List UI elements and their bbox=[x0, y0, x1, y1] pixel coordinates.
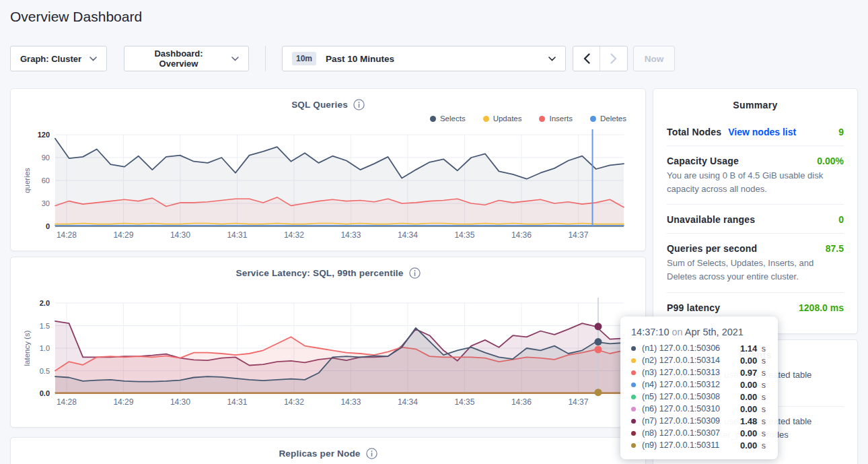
capacity-value: 0.00% bbox=[817, 156, 844, 166]
graph-select-dropdown[interactable]: Graph: Cluster bbox=[10, 46, 107, 71]
node-color-dot bbox=[631, 346, 636, 351]
tooltip-node-row: (n9) 127.0.0.1:503110.00 s bbox=[631, 439, 767, 451]
tooltip-node-label: (n5) 127.0.0.1:50308 bbox=[642, 392, 740, 401]
summary-row-unavailable: Unavailable ranges 0 bbox=[667, 205, 844, 233]
svg-text:14:34: 14:34 bbox=[398, 230, 418, 240]
toolbar-divider bbox=[265, 46, 266, 71]
qps-description: Sum of Selects, Updates, Inserts, and De… bbox=[667, 257, 844, 284]
tooltip-node-unit: s bbox=[759, 356, 766, 366]
tooltip-node-unit: s bbox=[759, 380, 766, 390]
time-range-dropdown[interactable]: 10m Past 10 Minutes bbox=[282, 46, 566, 71]
legend-item-deletes[interactable]: Deletes bbox=[590, 114, 626, 123]
svg-text:14:29: 14:29 bbox=[113, 230, 133, 240]
tooltip-node-row: (n2) 127.0.0.1:503140.00 s bbox=[631, 354, 767, 366]
info-icon[interactable] bbox=[353, 99, 365, 110]
tooltip-node-row: (n7) 127.0.0.1:503091.48 s bbox=[631, 415, 767, 427]
tooltip-date: Apr 5th, 2021 bbox=[685, 327, 744, 337]
svg-text:14:37: 14:37 bbox=[568, 397, 588, 407]
tooltip-node-value: 1.48 s bbox=[740, 416, 766, 426]
summary-title: Summary bbox=[667, 100, 844, 110]
legend-label: Inserts bbox=[549, 114, 573, 123]
svg-text:1.0: 1.0 bbox=[40, 344, 50, 352]
svg-text:14:30: 14:30 bbox=[170, 230, 190, 240]
svg-text:14:37: 14:37 bbox=[568, 230, 588, 240]
node-color-dot bbox=[631, 383, 636, 387]
graph-select-label: Graph: Cluster bbox=[20, 54, 81, 64]
total-nodes-label: Total Nodes bbox=[667, 127, 721, 137]
summary-row-total-nodes: Total Nodes View nodes list 9 bbox=[667, 117, 844, 145]
time-prev-button[interactable] bbox=[573, 46, 600, 71]
svg-text:14:36: 14:36 bbox=[511, 397, 532, 407]
svg-text:90: 90 bbox=[42, 154, 50, 162]
chevron-down-icon bbox=[548, 57, 556, 61]
info-icon[interactable] bbox=[366, 448, 377, 459]
svg-text:latency (s): latency (s) bbox=[23, 330, 31, 366]
node-color-dot bbox=[631, 431, 636, 436]
tooltip-node-unit: s bbox=[759, 368, 766, 378]
time-pager bbox=[573, 46, 628, 71]
sql-queries-chart[interactable]: 14:2814:2914:3014:3114:3214:3314:3414:35… bbox=[22, 125, 636, 241]
capacity-description: You are using 0 B of 4.5 GiB usable disk… bbox=[667, 169, 844, 196]
chart-legend: SelectsUpdatesInsertsDeletes bbox=[22, 112, 635, 125]
node-color-dot bbox=[631, 407, 636, 411]
tooltip-node-label: (n9) 127.0.0.1:50311 bbox=[642, 440, 740, 450]
chart-title: Service Latency: SQL, 99th percentile bbox=[236, 268, 404, 278]
legend-item-selects[interactable]: Selects bbox=[430, 114, 466, 123]
tooltip-node-label: (n8) 127.0.0.1:50307 bbox=[642, 428, 740, 438]
tooltip-node-value: 0.00 s bbox=[740, 440, 766, 451]
info-icon[interactable] bbox=[409, 267, 421, 279]
node-color-dot bbox=[631, 419, 636, 424]
page-title: Overview Dashboard bbox=[10, 9, 142, 25]
charts-column: SQL Queries SelectsUpdatesInsertsDeletes… bbox=[10, 88, 646, 464]
dashboard-select-dropdown[interactable]: Dashboard: Overview bbox=[124, 46, 249, 71]
legend-item-updates[interactable]: Updates bbox=[483, 114, 522, 123]
replicas-chart-card: Replicas per Node bbox=[10, 437, 646, 464]
node-color-dot bbox=[631, 443, 636, 448]
view-nodes-list-link[interactable]: View nodes list bbox=[728, 127, 796, 137]
svg-text:14:35: 14:35 bbox=[454, 230, 474, 240]
svg-text:0: 0 bbox=[46, 222, 50, 230]
time-next-button[interactable] bbox=[600, 46, 627, 71]
svg-text:queries: queries bbox=[23, 168, 31, 193]
svg-text:14:35: 14:35 bbox=[454, 397, 474, 407]
legend-color-dot bbox=[590, 116, 596, 122]
legend-color-dot bbox=[430, 116, 436, 122]
svg-text:14:33: 14:33 bbox=[340, 230, 361, 240]
svg-text:60: 60 bbox=[42, 176, 50, 185]
svg-text:0.0: 0.0 bbox=[40, 389, 50, 397]
chart-title: Replicas per Node bbox=[279, 449, 360, 459]
tooltip-node-row: (n6) 127.0.0.1:503100.00 s bbox=[631, 403, 767, 415]
qps-value: 87.5 bbox=[826, 243, 844, 254]
legend-item-inserts[interactable]: Inserts bbox=[539, 114, 573, 123]
tooltip-node-row: (n1) 127.0.0.1:503061.14 s bbox=[631, 342, 767, 354]
time-range-badge: 10m bbox=[292, 52, 316, 65]
tooltip-node-unit: s bbox=[759, 393, 766, 402]
legend-label: Updates bbox=[493, 114, 522, 123]
tooltip-timestamp: 14:37:10 on Apr 5th, 2021 bbox=[631, 327, 767, 337]
legend-color-dot bbox=[483, 116, 489, 122]
now-button[interactable]: Now bbox=[633, 46, 675, 71]
tooltip-node-value: 0.00 s bbox=[740, 428, 766, 438]
node-color-dot bbox=[631, 370, 636, 375]
p99-latency-value: 1208.0 ms bbox=[799, 302, 844, 313]
svg-text:14:29: 14:29 bbox=[113, 397, 133, 407]
tooltip-node-row: (n3) 127.0.0.1:503130.97 s bbox=[631, 366, 767, 378]
svg-text:14:33: 14:33 bbox=[340, 397, 361, 407]
summary-panel: Summary Total Nodes View nodes list 9 Ca… bbox=[653, 88, 858, 334]
svg-text:30: 30 bbox=[42, 199, 50, 207]
chevron-right-icon bbox=[610, 53, 617, 64]
tooltip-node-row: (n5) 127.0.0.1:503080.00 s bbox=[631, 391, 767, 403]
svg-text:14:32: 14:32 bbox=[284, 397, 304, 407]
tooltip-node-label: (n3) 127.0.0.1:50313 bbox=[642, 368, 740, 377]
tooltip-node-unit: s bbox=[759, 344, 766, 354]
total-nodes-value: 9 bbox=[838, 127, 844, 137]
latency-chart-card: Service Latency: SQL, 99th percentile 14… bbox=[10, 257, 646, 428]
tooltip-node-value: 0.00 s bbox=[740, 392, 766, 402]
tooltip-node-value: 0.00 s bbox=[740, 356, 766, 366]
chevron-down-icon bbox=[231, 57, 239, 61]
tooltip-node-value: 1.14 s bbox=[740, 343, 766, 354]
legend-label: Selects bbox=[440, 114, 466, 123]
sql-queries-chart-card: SQL Queries SelectsUpdatesInsertsDeletes… bbox=[10, 88, 646, 251]
latency-chart[interactable]: 14:2814:2914:3014:3114:3214:3314:3414:35… bbox=[22, 294, 636, 409]
unavailable-ranges-value: 0 bbox=[838, 214, 844, 225]
